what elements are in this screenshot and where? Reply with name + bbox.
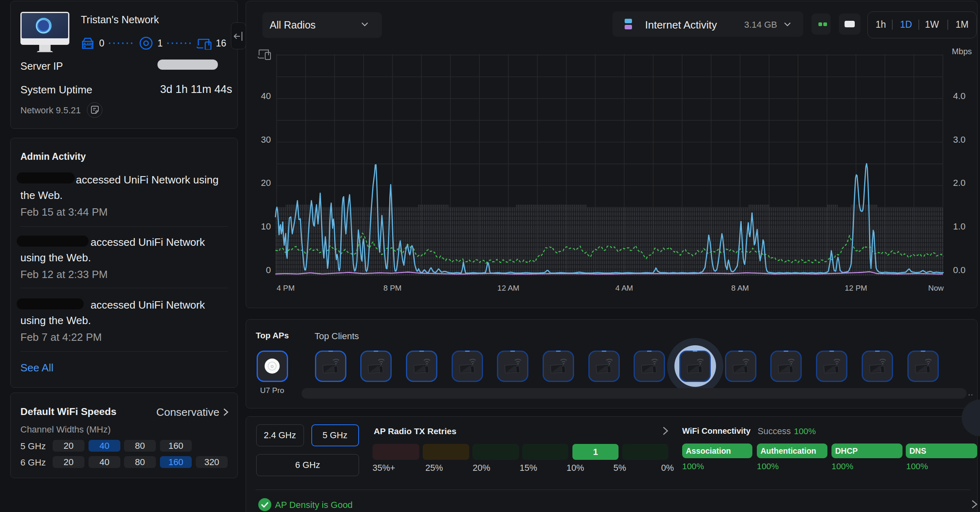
svg-text:3.0: 3.0: [953, 135, 966, 145]
svg-text:20: 20: [261, 178, 271, 188]
svg-text:10: 10: [261, 221, 271, 232]
svg-text:4 AM: 4 AM: [615, 284, 633, 292]
svg-text:8 AM: 8 AM: [731, 284, 749, 292]
svg-text:0.0: 0.0: [953, 265, 966, 275]
svg-text:0: 0: [266, 265, 271, 275]
svg-text:8 PM: 8 PM: [384, 284, 401, 292]
svg-text:40: 40: [261, 91, 271, 101]
svg-text:12 PM: 12 PM: [845, 284, 867, 292]
svg-text:12 AM: 12 AM: [497, 284, 519, 292]
svg-text:30: 30: [261, 135, 271, 145]
svg-text:Mbps: Mbps: [952, 47, 972, 56]
svg-text:1.0: 1.0: [953, 221, 966, 232]
svg-text:Now: Now: [928, 284, 944, 292]
svg-text:4.0: 4.0: [953, 91, 966, 101]
svg-text:4 PM: 4 PM: [277, 284, 295, 292]
svg-text:2.0: 2.0: [953, 178, 966, 188]
